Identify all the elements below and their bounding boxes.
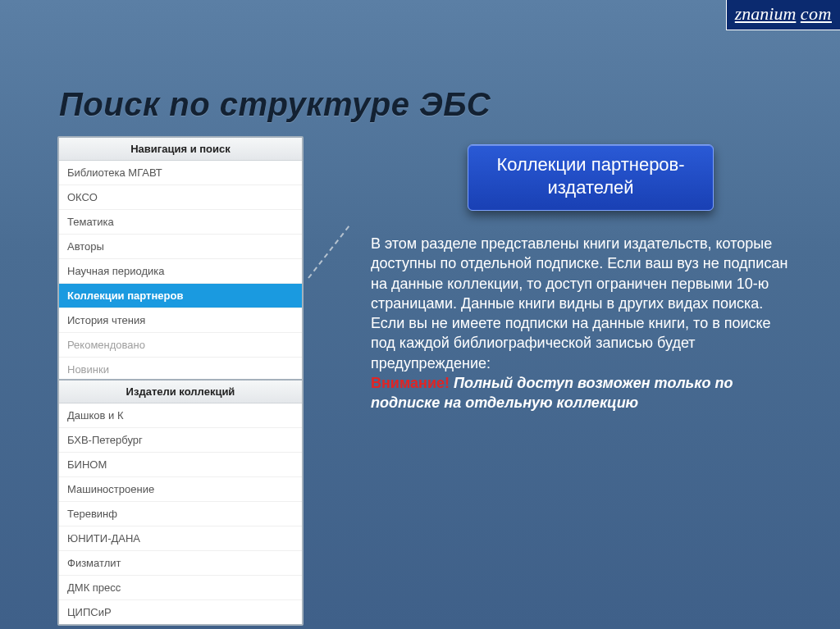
connector-line	[308, 226, 349, 278]
callout-line1: Коллекции партнеров-	[496, 154, 684, 175]
publisher-item[interactable]: БХВ-Петербург	[59, 428, 302, 453]
publisher-item[interactable]: Машиностроение	[59, 477, 302, 502]
publishers-panel: Издатели коллекций Дашков и К БХВ-Петерб…	[57, 379, 304, 626]
publisher-item[interactable]: Дашков и К	[59, 403, 302, 428]
publisher-item[interactable]: Теревинф	[59, 502, 302, 526]
nav-item[interactable]: Рекомендовано	[59, 333, 302, 358]
publishers-panel-header: Издатели коллекций	[59, 381, 302, 403]
nav-item[interactable]: Библиотека МГАВТ	[59, 161, 302, 185]
publisher-item[interactable]: ЦИПСиР	[59, 600, 302, 624]
nav-item[interactable]: ОКСО	[59, 185, 302, 210]
logo-word1: znanium	[735, 3, 797, 24]
warning-label: Внимание!	[371, 375, 450, 391]
publisher-item[interactable]: БИНОМ	[59, 453, 302, 477]
nav-item[interactable]: Научная периодика	[59, 259, 302, 284]
callout-box: Коллекции партнеров- издателей	[468, 144, 714, 211]
callout-line2: издателей	[547, 177, 633, 198]
nav-item[interactable]: Авторы	[59, 235, 302, 259]
publisher-item[interactable]: ЮНИТИ-ДАНА	[59, 526, 302, 551]
description-body: В этом разделе представлены книги издате…	[371, 235, 788, 371]
page-title: Поиск по структуре ЭБС	[59, 86, 491, 123]
nav-item[interactable]: Новинки	[59, 358, 302, 381]
publisher-item[interactable]: Физматлит	[59, 551, 302, 576]
description-block: В этом разделе представлены книги издате…	[371, 234, 797, 413]
publisher-item[interactable]: ДМК пресс	[59, 576, 302, 600]
nav-item[interactable]: Тематика	[59, 210, 302, 235]
logo-word2: com	[801, 3, 832, 24]
brand-logo: znanium com	[726, 0, 840, 30]
navigation-panel: Навигация и поиск Библиотека МГАВТ ОКСО …	[57, 136, 304, 383]
nav-item-active[interactable]: Коллекции партнеров	[59, 284, 302, 308]
nav-panel-header: Навигация и поиск	[59, 138, 302, 161]
nav-item[interactable]: История чтения	[59, 308, 302, 333]
